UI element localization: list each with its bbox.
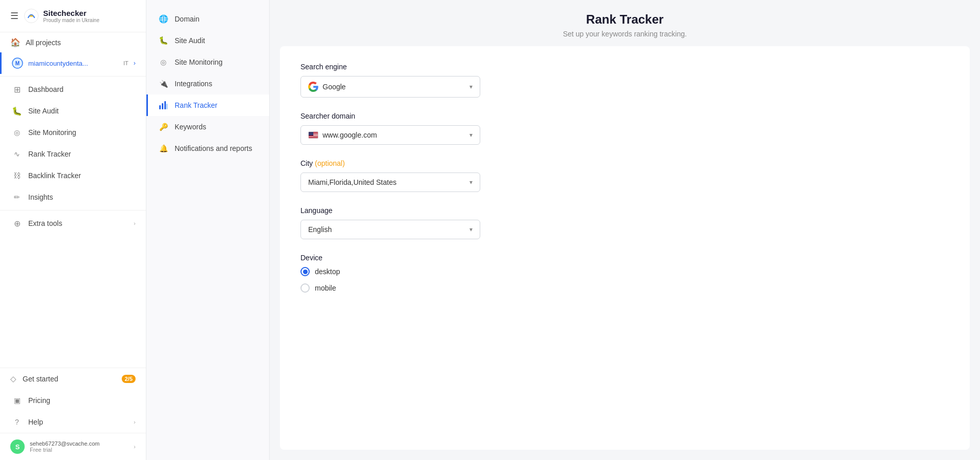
hamburger-icon[interactable]: ☰ (10, 11, 18, 21)
svg-rect-5 (164, 101, 166, 109)
extra-tools-arrow-icon: › (134, 220, 136, 226)
search-engine-select[interactable]: Google ▾ (300, 76, 480, 98)
form-card: Search engine Google ▾ Searcher domain (280, 46, 970, 450)
subnav-label: Site Audit (175, 36, 205, 45)
svg-text:M: M (15, 61, 20, 66)
page-title: Rank Tracker (280, 12, 970, 27)
city-label: City (optional) (300, 159, 949, 167)
device-mobile-label: mobile (315, 284, 336, 292)
sidebar-item-extra-tools[interactable]: ⊕ Extra tools › (0, 213, 146, 234)
subnav-item-site-monitoring[interactable]: ◎ Site Monitoring (146, 51, 269, 73)
device-option-desktop[interactable]: desktop (300, 267, 949, 276)
get-started-badge: 2/5 (122, 375, 136, 383)
searcher-domain-select-inner: www.google.com (308, 131, 377, 139)
sidebar-item-help[interactable]: ? Help › (0, 411, 146, 433)
chevron-down-icon: ▾ (469, 226, 473, 233)
radio-mobile-outer (300, 283, 310, 293)
app-tagline: Proudly made in Ukraine (43, 17, 100, 23)
searcher-domain-section: Searcher domain www.google.com ▾ (300, 112, 949, 145)
sidebar-item-backlink-tracker[interactable]: ⛓ Backlink Tracker (0, 165, 146, 186)
google-g-icon (308, 82, 318, 92)
chevron-down-icon: ▾ (469, 179, 473, 186)
device-section: Device desktop mobile (300, 254, 949, 293)
sidebar-item-label: Rank Tracker (28, 150, 136, 158)
city-optional-label: (optional) (315, 159, 345, 167)
searcher-domain-select[interactable]: www.google.com ▾ (300, 125, 480, 145)
sidebar-bottom: ◇ Get started 2/5 ▣ Pricing ? Help › S s… (0, 368, 146, 460)
key-icon: 🔑 (158, 122, 168, 132)
logo-icon (24, 8, 39, 24)
user-profile[interactable]: S seheb67273@svcache.com Free trial › (0, 433, 146, 460)
sidebar-item-site-monitoring[interactable]: ◎ Site Monitoring (0, 122, 146, 143)
subnav-label: Rank Tracker (175, 101, 217, 109)
search-engine-label: Search engine (300, 63, 949, 71)
city-value: Miami,Florida,United States (308, 178, 397, 186)
subnav-item-rank-tracker[interactable]: Rank Tracker (146, 94, 269, 116)
sidebar-item-insights[interactable]: ✏ Insights (0, 186, 146, 208)
get-started-item[interactable]: ◇ Get started 2/5 (0, 368, 146, 390)
subnav-item-integrations[interactable]: 🔌 Integrations (146, 73, 269, 94)
help-icon: ? (12, 417, 22, 427)
plus-icon: ⊕ (12, 218, 22, 228)
sidebar-item-pricing[interactable]: ▣ Pricing (0, 390, 146, 411)
link-icon: ⛓ (12, 170, 22, 181)
subnav-item-site-audit[interactable]: 🐛 Site Audit (146, 30, 269, 51)
chart-icon: ∿ (12, 149, 22, 159)
get-started-label: Get started (23, 375, 58, 383)
svg-rect-6 (166, 104, 167, 109)
sidebar-item-dashboard[interactable]: ⊞ Dashboard (0, 79, 146, 100)
city-section: City (optional) Miami,Florida,United Sta… (300, 159, 949, 192)
device-label: Device (300, 254, 949, 262)
user-arrow-icon: › (134, 444, 136, 450)
page-subtitle: Set up your keywords ranking tracking. (280, 30, 970, 38)
help-arrow-icon: › (134, 419, 136, 425)
sidebar-item-site-audit[interactable]: 🐛 Site Audit (0, 100, 146, 122)
subnav-label: Integrations (175, 80, 212, 88)
project-arrow-icon: › (134, 60, 136, 67)
city-select-inner: Miami,Florida,United States (308, 178, 397, 186)
subnav-item-domain[interactable]: 🌐 Domain (146, 8, 269, 30)
search-engine-value: Google (323, 83, 346, 91)
monitor-icon: ◎ (12, 127, 22, 138)
wand-icon: ✏ (12, 192, 22, 202)
avatar: S (10, 439, 25, 454)
logo-text: Sitechecker Proudly made in Ukraine (43, 9, 100, 23)
city-select[interactable]: Miami,Florida,United States ▾ (300, 172, 480, 192)
all-projects-link[interactable]: 🏠 All projects (0, 32, 146, 52)
user-email: seheb67273@svcache.com (30, 440, 128, 447)
language-label: Language (300, 206, 949, 215)
globe-icon: 🌐 (158, 14, 168, 24)
subnav: 🌐 Domain 🐛 Site Audit ◎ Site Monitoring … (146, 0, 270, 460)
project-name: miamicountydenta... (28, 60, 118, 67)
page-header: Rank Tracker Set up your keywords rankin… (270, 0, 980, 46)
logo-area: Sitechecker Proudly made in Ukraine (24, 8, 100, 24)
sidebar-item-label: Backlink Tracker (28, 171, 136, 180)
flag-us-icon (308, 131, 318, 139)
home-icon: 🏠 (10, 37, 21, 47)
sidebar-item-rank-tracker[interactable]: ∿ Rank Tracker (0, 143, 146, 165)
svg-rect-4 (162, 103, 163, 109)
all-projects-label: All projects (26, 39, 61, 47)
language-section: Language English ▾ (300, 206, 949, 239)
bell-icon: 🔔 (158, 143, 168, 154)
subnav-label: Keywords (175, 123, 206, 131)
bug-icon: 🐛 (158, 35, 168, 46)
language-select[interactable]: English ▾ (300, 220, 480, 239)
sidebar-item-label: Site Audit (28, 107, 136, 115)
device-option-mobile[interactable]: mobile (300, 283, 949, 293)
plug-icon: 🔌 (158, 79, 168, 89)
nav-divider (0, 76, 146, 76)
sidebar-item-label: Dashboard (28, 85, 136, 93)
subnav-label: Notifications and reports (175, 144, 252, 152)
device-desktop-label: desktop (315, 267, 340, 276)
chevron-down-icon: ▾ (469, 83, 473, 90)
active-project[interactable]: M miamicountydenta... IT › (0, 52, 146, 74)
device-radio-group: desktop mobile (300, 267, 949, 293)
subnav-item-keywords[interactable]: 🔑 Keywords (146, 116, 269, 138)
user-info: seheb67273@svcache.com Free trial (30, 440, 128, 453)
radio-desktop-outer (300, 267, 310, 276)
subnav-item-notifications-reports[interactable]: 🔔 Notifications and reports (146, 138, 269, 159)
chevron-down-icon: ▾ (469, 131, 473, 139)
extra-tools-label: Extra tools (28, 219, 127, 227)
app-name: Sitechecker (43, 9, 100, 17)
